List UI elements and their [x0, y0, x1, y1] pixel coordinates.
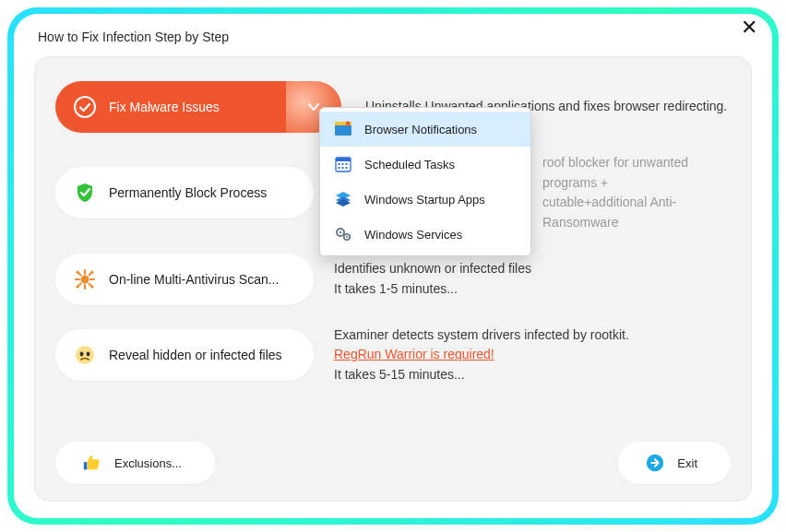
check-circle-icon: [72, 94, 98, 120]
svg-point-13: [90, 285, 93, 288]
step-4-desc-line3: It takes 5-15 minutes...: [334, 365, 731, 385]
reveal-hidden-button[interactable]: Reveal hidden or infected files: [55, 329, 314, 381]
step-4-desc-line1: Examiner detects system drivers infected…: [334, 325, 731, 346]
close-button[interactable]: ✕: [741, 16, 757, 40]
window-title: How to Fix Infection Step by Step: [38, 30, 229, 44]
browser-icon: [333, 119, 353, 139]
antivirus-scan-button[interactable]: On-line Multi-Antivirus Scan...: [55, 254, 314, 305]
svg-rect-25: [346, 163, 348, 165]
exit-icon: [642, 450, 668, 476]
exit-label: Exit: [677, 456, 697, 470]
step-2-label: Permanently Block Process: [109, 185, 267, 200]
svg-rect-24: [342, 163, 344, 165]
virus-icon: [72, 266, 98, 292]
svg-point-15: [80, 352, 84, 357]
exit-button[interactable]: Exit: [618, 442, 731, 484]
svg-point-16: [87, 352, 90, 357]
menu-item-windows-services[interactable]: Windows Services: [320, 217, 530, 252]
svg-rect-23: [339, 163, 340, 165]
content-panel: Fix Malware Issues Uninstalls Unwanted a…: [34, 56, 752, 502]
step-4-desc: Examiner detects system drivers infected…: [334, 325, 731, 385]
window: How to Fix Infection Step by Step ✕ Fix …: [14, 14, 772, 518]
exclusions-button[interactable]: Exclusions...: [55, 442, 215, 484]
shield-icon: [72, 180, 98, 206]
step-row-4: Reveal hidden or infected files Examiner…: [55, 325, 731, 385]
thumbs-up-icon: [79, 450, 105, 476]
step-row-3: On-line Multi-Antivirus Scan... Identifi…: [55, 254, 731, 305]
svg-point-1: [81, 275, 89, 283]
svg-rect-28: [346, 167, 348, 169]
menu-item-scheduled-tasks[interactable]: Scheduled Tasks: [320, 147, 530, 182]
step-3-label: On-line Multi-Antivirus Scan...: [109, 272, 279, 287]
menu-item-0-label: Browser Notifications: [364, 123, 477, 136]
svg-point-14: [76, 346, 94, 364]
footer: Exclusions... Exit: [55, 442, 731, 484]
step-3-desc-line2: It takes 1-5 minutes...: [334, 279, 731, 300]
svg-point-12: [76, 285, 78, 288]
step-4-label: Reveal hidden or infected files: [109, 348, 282, 362]
outer-frame: How to Fix Infection Step by Step ✕ Fix …: [7, 7, 779, 525]
calendar-icon: [333, 154, 353, 174]
step-2-desc-line1: roof blocker for unwanted programs +: [542, 153, 731, 193]
svg-rect-27: [342, 167, 344, 169]
svg-rect-26: [339, 167, 340, 169]
step-3-desc: Identifies unknown or infected files It …: [334, 259, 731, 299]
fix-malware-button[interactable]: Fix Malware Issues: [55, 81, 314, 133]
menu-item-1-label: Scheduled Tasks: [364, 158, 455, 171]
exclusions-label: Exclusions...: [114, 456, 182, 470]
svg-point-10: [76, 270, 78, 273]
menu-item-3-label: Windows Services: [364, 228, 462, 242]
gears-icon: [333, 224, 353, 244]
mask-icon: [72, 342, 98, 368]
menu-item-startup-apps[interactable]: Windows Startup Apps: [320, 182, 530, 217]
titlebar: How to Fix Infection Step by Step: [34, 27, 752, 47]
menu-item-browser-notifications[interactable]: Browser Notifications: [320, 112, 530, 147]
svg-point-0: [75, 97, 95, 117]
svg-rect-22: [336, 158, 351, 161]
menu-item-2-label: Windows Startup Apps: [364, 193, 485, 207]
svg-point-32: [346, 236, 348, 238]
svg-point-20: [346, 122, 351, 126]
svg-point-11: [90, 270, 93, 273]
block-process-button[interactable]: Permanently Block Process: [55, 167, 314, 219]
step-3-desc-line1: Identifies unknown or infected files: [334, 259, 731, 279]
fix-malware-dropdown-menu: Browser Notifications Scheduled Tasks Wi…: [319, 107, 531, 256]
step-2-desc-line2: cutable+additional Anti-Ransomware: [542, 193, 731, 232]
svg-point-30: [339, 231, 341, 233]
step-1-label: Fix Malware Issues: [109, 100, 220, 114]
regrun-warrior-link[interactable]: RegRun Warrior is required!: [334, 347, 494, 361]
layers-icon: [333, 189, 353, 209]
